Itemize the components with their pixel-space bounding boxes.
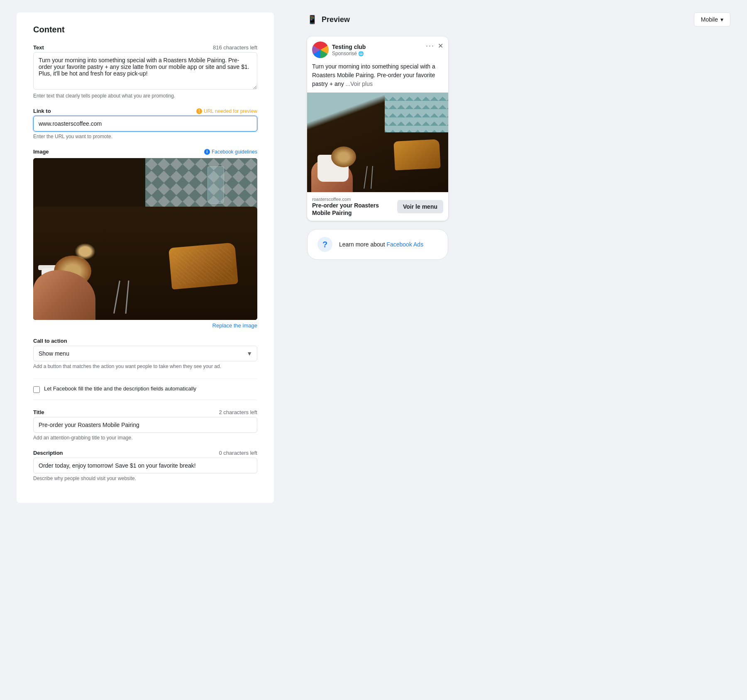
- text-textarea[interactable]: [33, 52, 257, 90]
- description-char-count: 0 characters left: [219, 450, 258, 456]
- fb-ad-domain: roasterscoffee.com: [312, 197, 387, 202]
- mini-latte-art: [331, 146, 356, 167]
- image-label-row: Image i Facebook guidelines: [33, 149, 257, 155]
- sponsored-label: Sponsorisé 🌐: [332, 51, 366, 56]
- more-options-icon[interactable]: ···: [426, 41, 435, 50]
- title-label-row: Title 2 characters left: [33, 409, 257, 415]
- learn-more-box: ? Learn more about Facebook Ads: [307, 229, 448, 260]
- mini-cup: [317, 155, 349, 182]
- cta-label: Call to action: [33, 338, 257, 344]
- description-label: Description: [33, 450, 63, 456]
- preview-panel: 📱 Preview Mobile ▾ Testing club Sponsori…: [274, 12, 730, 503]
- sponsored-text: Sponsorisé: [332, 51, 357, 56]
- latte-leaf: [75, 243, 95, 260]
- fb-cta-button[interactable]: Voir le menu: [397, 200, 443, 213]
- image-label: Image: [33, 149, 49, 155]
- text-field-group: Text 816 characters left Enter text that…: [33, 44, 257, 99]
- description-field-group: Description 0 characters left Describe w…: [33, 450, 257, 481]
- mini-knife: [371, 166, 373, 189]
- pastry: [168, 242, 238, 290]
- water-glass: [208, 166, 224, 204]
- fb-ad-header: Testing club Sponsorisé 🌐 ··· ✕: [307, 41, 448, 62]
- cta-field-group: Call to action Show menu Learn More Shop…: [33, 338, 257, 369]
- question-mark-icon: ?: [317, 237, 332, 252]
- coffee-image: [33, 158, 257, 320]
- fb-ad-footer-left: roasterscoffee.com Pre-order your Roaste…: [312, 197, 387, 217]
- voir-plus-link[interactable]: ...Voir plus: [346, 80, 373, 87]
- image-container: [33, 158, 257, 320]
- mobile-chevron-icon: ▾: [720, 16, 723, 23]
- preview-title-text: Preview: [322, 15, 350, 24]
- title-input[interactable]: [33, 417, 257, 433]
- learn-more-prefix: Learn more about: [339, 241, 385, 248]
- title-field-group: Title 2 characters left Add an attention…: [33, 409, 257, 441]
- text-char-count: 816 characters left: [213, 44, 257, 51]
- advertiser-info: Testing club Sponsorisé 🌐: [332, 43, 366, 56]
- guidelines-info-icon: i: [204, 149, 210, 155]
- image-field-group: Image i Facebook guidelines: [33, 149, 257, 329]
- advertiser-name: Testing club: [332, 43, 366, 51]
- mobile-button-label: Mobile: [701, 16, 718, 23]
- fb-ad-image: [307, 93, 448, 192]
- link-helper: Enter the URL you want to promote.: [33, 134, 257, 139]
- replace-image-link[interactable]: Replace the image: [33, 322, 257, 329]
- fb-ad-card: Testing club Sponsorisé 🌐 ··· ✕ Turn you…: [307, 37, 448, 221]
- close-icon[interactable]: ✕: [438, 42, 443, 50]
- text-field-label-row: Text 816 characters left: [33, 44, 257, 51]
- url-notice-text: URL needed for preview: [204, 108, 257, 114]
- globe-icon: 🌐: [358, 51, 364, 56]
- auto-fill-checkbox-row: Let Facebook fill the title and the desc…: [33, 378, 257, 400]
- mini-fork: [364, 166, 368, 189]
- description-input[interactable]: [33, 458, 257, 473]
- fb-ad-body-content: Turn your morning into something special…: [312, 63, 435, 87]
- cta-select[interactable]: Show menu Learn More Shop Now Sign Up Bo…: [33, 346, 257, 361]
- facebook-guidelines-link[interactable]: i Facebook guidelines: [204, 149, 257, 155]
- fb-ad-actions: ··· ✕: [426, 41, 443, 50]
- preview-header: 📱 Preview Mobile ▾: [307, 12, 730, 27]
- fb-ad-body-text: Turn your morning into something special…: [307, 62, 448, 93]
- auto-fill-checkbox[interactable]: [33, 386, 40, 393]
- fb-ad-headline: Pre-order your Roasters Mobile Pairing: [312, 202, 387, 217]
- cta-label-text: Call to action: [33, 338, 67, 344]
- mini-coffee-scene: [307, 93, 448, 192]
- description-label-row: Description 0 characters left: [33, 450, 257, 456]
- url-info-icon: !: [196, 108, 202, 114]
- title-helper: Add an attention-grabbing title to your …: [33, 435, 257, 441]
- cta-helper: Add a button that matches the action you…: [33, 363, 257, 369]
- guidelines-text: Facebook guidelines: [212, 149, 257, 155]
- cta-select-wrapper: Show menu Learn More Shop Now Sign Up Bo…: [33, 346, 257, 361]
- fb-ad-footer: roasterscoffee.com Pre-order your Roaste…: [307, 192, 448, 221]
- pastry-texture: [173, 247, 234, 285]
- content-panel: Content Text 816 characters left Enter t…: [17, 12, 274, 503]
- text-helper: Enter text that clearly tells people abo…: [33, 93, 257, 99]
- section-title: Content: [33, 25, 257, 34]
- mobile-dropdown-button[interactable]: Mobile ▾: [694, 12, 730, 27]
- mini-tile-bg: [385, 93, 448, 132]
- fb-ad-avatar-info: Testing club Sponsorisé 🌐: [312, 41, 366, 58]
- learn-more-text: Learn more about Facebook Ads: [339, 241, 423, 248]
- advertiser-avatar: [312, 41, 329, 58]
- title-char-count: 2 characters left: [219, 409, 258, 415]
- tablet-icon: 📱: [307, 15, 317, 24]
- link-label-row: Link to ! URL needed for preview: [33, 108, 257, 114]
- facebook-ads-link[interactable]: Facebook Ads: [386, 241, 423, 248]
- link-label: Link to: [33, 108, 51, 114]
- preview-title-area: 📱 Preview: [307, 15, 350, 24]
- link-input[interactable]: [33, 116, 257, 132]
- auto-fill-label[interactable]: Let Facebook fill the title and the desc…: [44, 385, 196, 392]
- link-field-group: Link to ! URL needed for preview Enter t…: [33, 108, 257, 139]
- description-helper: Describe why people should visit your we…: [33, 476, 257, 481]
- title-label: Title: [33, 409, 44, 415]
- mini-pastry: [393, 139, 441, 171]
- url-notice: ! URL needed for preview: [196, 108, 257, 114]
- text-label: Text: [33, 44, 44, 51]
